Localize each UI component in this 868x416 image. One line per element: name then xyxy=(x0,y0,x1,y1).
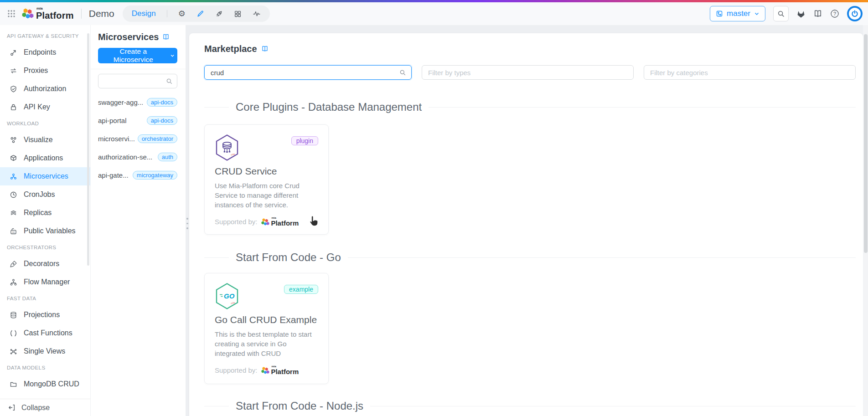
primary-sidebar: API GATEWAY & SECURITY Endpoints Proxies… xyxy=(0,25,90,416)
public-variables-icon: (x) xyxy=(9,227,17,235)
sidebar-item-applications[interactable]: Applications xyxy=(0,149,90,167)
svg-text:GO: GO xyxy=(224,292,235,300)
sidebar-scrollbar[interactable] xyxy=(87,33,89,266)
marketplace-card-go-call-crud-example[interactable]: GO mia example Go Call CRUD Example This… xyxy=(204,273,329,384)
sidebar-item-flow-manager[interactable]: Flow Manager xyxy=(0,273,90,291)
apps-grid-icon[interactable] xyxy=(7,10,16,18)
sidebar-item-label: Cast Functions xyxy=(24,329,72,337)
branch-selector[interactable]: master xyxy=(710,6,765,21)
svg-text:(x): (x) xyxy=(12,231,15,233)
design-pencil-icon[interactable] xyxy=(196,10,204,18)
header-divider xyxy=(81,9,82,19)
mia-platform-logo: mia Platform xyxy=(261,365,299,375)
database-icon xyxy=(9,311,17,319)
filter-types-input[interactable] xyxy=(427,68,628,77)
gitlab-icon[interactable] xyxy=(796,10,806,18)
global-search-button[interactable] xyxy=(773,6,789,21)
filter-categories-input[interactable] xyxy=(649,68,850,77)
sidebar-item-endpoints[interactable]: Endpoints xyxy=(0,43,90,62)
microservices-search-input[interactable] xyxy=(103,77,166,85)
app-header: mia Platform Demo Design ⚙ xyxy=(0,2,868,25)
section-divider: Start From Code - Go xyxy=(204,250,856,265)
brand-platform: Platform xyxy=(271,368,299,375)
microservices-search-box xyxy=(98,74,177,88)
replicas-layers-icon xyxy=(9,209,17,217)
title-book-icon[interactable] xyxy=(261,46,269,52)
list-item[interactable]: microservi... orchestrator xyxy=(98,129,177,148)
dashboard-grid-icon[interactable] xyxy=(234,10,242,18)
page-title: Marketplace xyxy=(204,44,257,54)
section-title: Start From Code - Node.js xyxy=(236,400,363,412)
service-name: authorization-se... xyxy=(98,153,152,161)
branch-icon xyxy=(716,10,723,17)
mia-hexagons-icon xyxy=(22,8,34,20)
microservices-icon xyxy=(9,173,17,180)
sidebar-item-microservices[interactable]: Microservices xyxy=(0,167,90,185)
card-tag: example xyxy=(284,285,318,294)
sidebar-section-title: WORKLOAD xyxy=(0,116,90,131)
search-icon xyxy=(166,78,173,85)
sidebar-collapse-button[interactable]: Collapse xyxy=(0,399,90,416)
sidebar-item-label: API Key xyxy=(24,103,50,111)
service-tag: orchestrator xyxy=(138,134,177,143)
authorization-shield-icon xyxy=(9,85,17,93)
marketplace-panel: Marketplace Core Plugins - Database Mana… xyxy=(189,33,863,416)
service-tag: api-docs xyxy=(147,116,177,125)
sidebar-item-proxies[interactable]: Proxies xyxy=(0,62,90,80)
page-scrollbar-track[interactable] xyxy=(863,25,868,416)
cast-functions-icon xyxy=(9,329,17,337)
monitoring-pulse-icon[interactable] xyxy=(253,10,261,18)
card-title: Go Call CRUD Example xyxy=(215,314,318,325)
list-item[interactable]: api-portal api-docs xyxy=(98,111,177,129)
sidebar-item-api-key[interactable]: API Key xyxy=(0,98,90,116)
docs-book-icon[interactable] xyxy=(813,10,822,18)
sidebar-item-public-variables[interactable]: (x) Public Variables xyxy=(0,222,90,240)
go-hexagon-icon: GO mia xyxy=(215,282,239,310)
service-tag: microgateway xyxy=(133,171,177,180)
user-avatar[interactable] xyxy=(847,6,863,21)
sidebar-item-replicas[interactable]: Replicas xyxy=(0,204,90,222)
branch-name: master xyxy=(727,9,750,18)
sidebar-item-label: Flow Manager xyxy=(24,278,70,286)
list-item[interactable]: api-gate... microgateway xyxy=(98,166,177,184)
mia-hexagons-icon xyxy=(261,218,269,226)
single-views-icon xyxy=(9,348,17,355)
section-switcher: Design ⚙ xyxy=(123,5,270,22)
create-microservice-button[interactable]: Create a Microservice xyxy=(98,48,177,63)
brand-platform: Platform xyxy=(271,219,299,227)
clock-icon xyxy=(9,191,17,199)
sidebar-item-projections[interactable]: Projections xyxy=(0,306,90,324)
panel-resize-handle[interactable] xyxy=(186,218,189,232)
sidebar-item-label: Projections xyxy=(24,311,60,319)
folder-icon xyxy=(9,380,17,388)
settings-gear-icon[interactable]: ⚙ xyxy=(178,9,186,19)
sidebar-item-single-views[interactable]: Single Views xyxy=(0,342,90,360)
collapse-icon xyxy=(8,404,16,411)
list-item[interactable]: swagger-agg... api-docs xyxy=(98,93,177,111)
sidebar-item-cronjobs[interactable]: CronJobs xyxy=(0,185,90,204)
marketplace-card-crud-service[interactable]: mia plugin CRUD Service Use Mia-Platform… xyxy=(204,124,329,235)
panel-divider xyxy=(91,69,186,69)
service-name: api-portal xyxy=(98,117,127,124)
title-book-icon[interactable] xyxy=(162,34,170,40)
sidebar-item-label: Microservices xyxy=(24,172,68,180)
panel-title: Microservices xyxy=(98,32,159,42)
help-question-icon[interactable]: ? xyxy=(830,9,839,18)
create-microservice-label: Create a Microservice xyxy=(101,47,166,64)
mia-platform-logo[interactable]: mia Platform xyxy=(22,8,74,20)
sidebar-item-visualize[interactable]: Visualize xyxy=(0,131,90,149)
tab-design[interactable]: Design xyxy=(132,9,156,18)
sidebar-item-decorators[interactable]: Decorators xyxy=(0,255,90,273)
deploy-rocket-icon[interactable] xyxy=(215,10,223,18)
section-title: Start From Code - Go xyxy=(236,251,341,264)
page-scrollbar-thumb[interactable] xyxy=(864,34,868,253)
sidebar-item-authorization[interactable]: Authorization xyxy=(0,80,90,98)
microservices-list: swagger-agg... api-docs api-portal api-d… xyxy=(98,93,177,184)
supported-by-label: Supported by: xyxy=(215,218,257,226)
sidebar-item-mongodb-crud[interactable]: MongoDB CRUD xyxy=(0,375,90,393)
crud-hexagon-icon: mia xyxy=(215,134,239,161)
applications-cube-icon xyxy=(9,154,17,162)
sidebar-item-cast-functions[interactable]: Cast Functions xyxy=(0,324,90,342)
list-item[interactable]: authorization-se... auth xyxy=(98,148,177,166)
marketplace-search-input[interactable] xyxy=(210,68,399,77)
